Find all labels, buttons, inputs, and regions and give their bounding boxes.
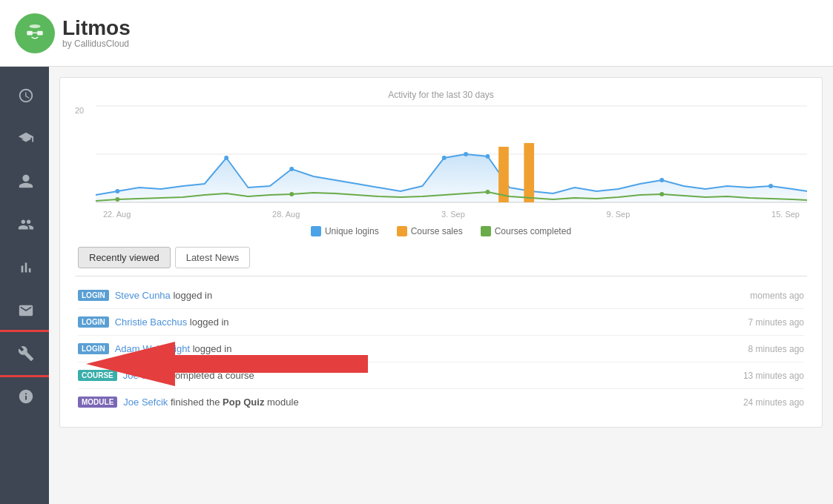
x-label-3: 3. Sep — [441, 210, 465, 219]
legend-dot-orange — [397, 226, 407, 236]
tabs-row: Recently viewed Latest News — [75, 247, 807, 268]
time-5: 24 minutes ago — [743, 397, 804, 408]
activity-item: LOGIN Steve Cunha logged in moments ago — [78, 282, 804, 309]
x-label-2: 28. Aug — [272, 210, 300, 219]
legend-course-sales: Course sales — [397, 226, 463, 236]
user-link-5[interactable]: Joe Sefcik — [123, 397, 168, 408]
sidebar-item-messages[interactable] — [0, 289, 49, 332]
sidebar — [0, 67, 49, 504]
svg-point-4 — [29, 24, 40, 28]
activity-list: LOGIN Steve Cunha logged in moments ago … — [75, 282, 807, 415]
chart-svg — [96, 106, 807, 202]
legend-label-completed: Courses completed — [495, 226, 571, 236]
badge-login-1: LOGIN — [78, 290, 109, 301]
user-link-2[interactable]: Christie Bacchus — [115, 316, 188, 328]
chart-y-max: 20 — [75, 106, 84, 115]
svg-point-12 — [442, 156, 447, 160]
app-header: Litmos by CallidusCloud — [0, 0, 833, 67]
legend-dot-blue — [311, 226, 321, 236]
dashboard-card: Activity for the last 30 days 20 — [59, 77, 823, 428]
svg-rect-18 — [524, 143, 534, 202]
badge-login-2: LOGIN — [78, 316, 109, 328]
time-3: 8 minutes ago — [748, 344, 804, 354]
logo-subtitle: by CallidusCloud — [62, 39, 131, 49]
chart-legend: Unique logins Course sales Courses compl… — [75, 226, 807, 236]
tab-recently-viewed[interactable]: Recently viewed — [78, 247, 171, 268]
tab-latest-news[interactable]: Latest News — [175, 247, 251, 268]
logo-icon — [15, 13, 55, 53]
svg-point-11 — [289, 167, 294, 171]
svg-point-15 — [659, 178, 664, 182]
activity-item: MODULE Joe Sefcik finished the Pop Quiz … — [78, 389, 804, 415]
activity-item: LOGIN Adam Wainwright logged in 8 minute… — [78, 336, 804, 362]
sidebar-item-dashboard[interactable] — [0, 74, 49, 117]
logo-title: Litmos — [62, 18, 131, 39]
sidebar-item-courses[interactable] — [0, 117, 49, 160]
activity-item: COURSE Joe Sefcik completed a course 13 … — [78, 362, 804, 389]
user-link-3[interactable]: Adam Wainwright — [115, 343, 190, 354]
svg-point-20 — [289, 192, 294, 196]
main-content: Activity for the last 30 days 20 — [49, 67, 833, 504]
svg-point-9 — [115, 189, 119, 193]
activity-text-5: Joe Sefcik finished the Pop Quiz module — [123, 397, 298, 408]
user-link-4[interactable]: Joe Sefcik — [123, 370, 168, 381]
time-4: 13 minutes ago — [743, 371, 804, 381]
sidebar-item-admin[interactable] — [0, 332, 49, 375]
user-link-1[interactable]: Steve Cunha — [115, 290, 171, 301]
x-label-4: 9. Sep — [607, 210, 630, 219]
time-2: 7 minutes ago — [748, 317, 804, 328]
badge-module-1: MODULE — [78, 397, 117, 408]
time-1: moments ago — [750, 291, 804, 301]
legend-label-logins: Unique logins — [325, 226, 379, 236]
svg-rect-1 — [27, 30, 33, 35]
activity-item: LOGIN Christie Bacchus logged in 7 minut… — [78, 309, 804, 336]
badge-login-3: LOGIN — [78, 343, 109, 354]
sidebar-item-users[interactable] — [0, 160, 49, 203]
svg-point-16 — [768, 184, 773, 188]
svg-point-13 — [464, 152, 468, 156]
chart-title: Activity for the last 30 days — [75, 90, 807, 100]
legend-dot-green — [481, 226, 491, 236]
sidebar-item-teams[interactable] — [0, 203, 49, 246]
activity-text-3: Adam Wainwright logged in — [115, 343, 232, 354]
svg-point-14 — [485, 154, 490, 159]
legend-label-sales: Course sales — [411, 226, 463, 236]
logo-text: Litmos by CallidusCloud — [62, 18, 131, 49]
svg-point-19 — [115, 197, 119, 202]
svg-rect-2 — [37, 30, 43, 35]
chart-x-labels: 22. Aug 28. Aug 3. Sep 9. Sep 15. Sep — [96, 210, 807, 219]
activity-chart: Activity for the last 30 days 20 — [75, 90, 807, 238]
activity-text-1: Steve Cunha logged in — [115, 290, 213, 301]
svg-point-10 — [224, 156, 228, 160]
divider — [75, 276, 807, 276]
sidebar-item-info[interactable] — [0, 375, 49, 418]
legend-courses-completed: Courses completed — [481, 226, 571, 236]
legend-unique-logins: Unique logins — [311, 226, 379, 236]
x-label-5: 15. Sep — [771, 210, 800, 219]
sidebar-item-reports[interactable] — [0, 246, 49, 289]
svg-point-21 — [485, 190, 490, 194]
svg-point-22 — [659, 192, 664, 196]
activity-text-2: Christie Bacchus logged in — [115, 316, 229, 328]
activity-text-4: Joe Sefcik completed a course — [123, 370, 254, 381]
badge-course-1: COURSE — [78, 370, 117, 381]
x-label-1: 22. Aug — [103, 210, 131, 219]
